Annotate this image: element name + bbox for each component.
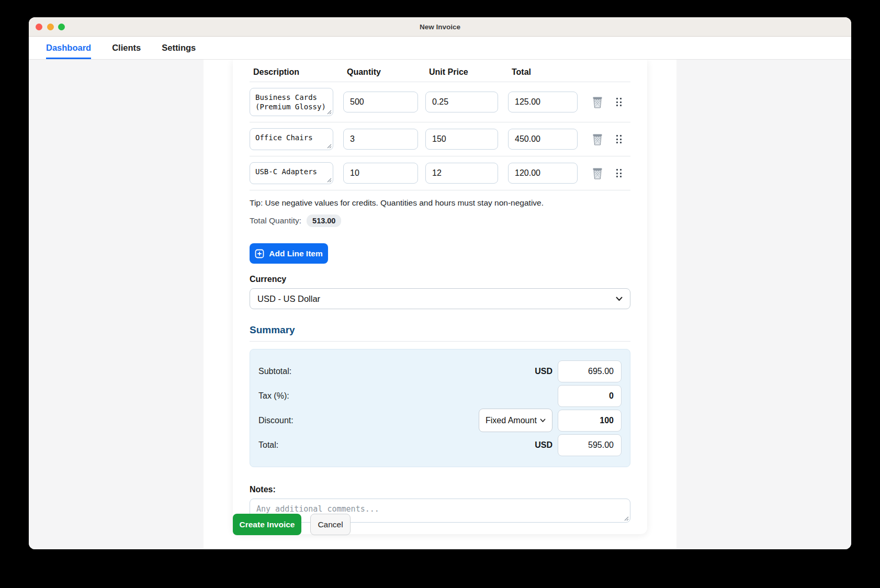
subtotal-label: Subtotal: [258, 367, 291, 376]
tip-text: Tip: Use negative values for credits. Qu… [250, 198, 630, 208]
line-item-row: Office Chairs [250, 122, 630, 156]
minimize-window-icon[interactable] [47, 24, 54, 30]
discount-row: Discount: Fixed Amount [258, 409, 622, 432]
chevron-down-icon [540, 419, 546, 423]
tab-clients[interactable]: Clients [112, 37, 141, 59]
drag-handle-icon[interactable] [616, 135, 622, 143]
tab-settings-label: Settings [162, 43, 196, 53]
line-item-row: Business Cards (Premium Glossy) [250, 82, 630, 122]
unit-price-input[interactable] [425, 92, 498, 112]
subtotal-input[interactable] [558, 360, 622, 382]
discount-mode-value: Fixed Amount [486, 416, 537, 425]
tab-dashboard[interactable]: Dashboard [46, 37, 91, 59]
plus-square-icon [255, 249, 264, 258]
quantity-input[interactable] [343, 129, 418, 150]
total-input[interactable] [508, 129, 578, 150]
discount-label: Discount: [258, 416, 294, 425]
unit-price-input[interactable] [425, 163, 498, 184]
total-input[interactable] [508, 163, 578, 184]
window-title: New Invoice [420, 23, 460, 31]
description-input[interactable]: Office Chairs [250, 128, 333, 150]
invoice-form-card: Description Quantity Unit Price Total Bu… [233, 60, 647, 534]
tax-row: Tax (%): [258, 385, 622, 407]
summary-panel: Subtotal: USD Tax (%): Discount: [250, 349, 630, 467]
line-item-row: USB-C Adapters [250, 156, 630, 190]
total-quantity-label: Total Quantity: [250, 216, 301, 225]
form-actions: Create Invoice Cancel [233, 514, 351, 535]
total-quantity-line: Total Quantity: 513.00 [250, 214, 630, 227]
delete-row-icon[interactable] [591, 95, 604, 109]
divider [250, 190, 630, 190]
drag-handle-icon[interactable] [616, 169, 622, 177]
discount-mode-select[interactable]: Fixed Amount [479, 409, 552, 432]
header-unit-price: Unit Price [425, 67, 498, 77]
header-quantity: Quantity [343, 67, 418, 77]
grand-total-row: Total: USD [258, 434, 622, 456]
discount-input[interactable] [558, 410, 622, 432]
add-line-item-button[interactable]: Add Line Item [250, 243, 328, 264]
close-window-icon[interactable] [36, 24, 42, 30]
delete-row-icon[interactable] [591, 132, 604, 146]
delete-row-icon[interactable] [591, 166, 604, 180]
quantity-input[interactable] [343, 163, 418, 184]
quantity-input[interactable] [343, 92, 418, 112]
main-nav: Dashboard Clients Settings [29, 37, 851, 60]
titlebar: New Invoice [29, 17, 851, 37]
center-column: Description Quantity Unit Price Total Bu… [204, 60, 676, 549]
create-invoice-button[interactable]: Create Invoice [233, 514, 301, 535]
tab-settings[interactable]: Settings [162, 37, 196, 59]
currency-selected-value: USD - US Dollar [257, 294, 320, 304]
notes-label: Notes: [250, 485, 630, 494]
grand-total-label: Total: [258, 440, 278, 450]
currency-select[interactable]: USD - US Dollar [250, 288, 630, 309]
unit-price-input[interactable] [425, 129, 498, 150]
total-quantity-badge: 513.00 [307, 214, 341, 227]
divider [250, 341, 630, 342]
header-description: Description [250, 67, 333, 77]
grand-total-input[interactable] [558, 434, 622, 456]
tab-clients-label: Clients [112, 43, 141, 53]
summary-heading: Summary [250, 324, 630, 336]
content-area: Description Quantity Unit Price Total Bu… [29, 60, 851, 549]
subtotal-row: Subtotal: USD [258, 360, 622, 382]
total-input[interactable] [508, 92, 578, 112]
subtotal-currency: USD [535, 367, 552, 376]
zoom-window-icon[interactable] [58, 24, 65, 30]
tax-label: Tax (%): [258, 391, 289, 401]
description-input[interactable]: Business Cards (Premium Glossy) [250, 88, 333, 116]
add-line-item-label: Add Line Item [269, 249, 322, 258]
line-items-header: Description Quantity Unit Price Total [250, 60, 630, 82]
currency-label: Currency [250, 275, 630, 284]
tab-dashboard-label: Dashboard [46, 43, 91, 53]
tax-input[interactable] [558, 385, 622, 407]
description-input[interactable]: USB-C Adapters [250, 162, 333, 184]
header-total: Total [508, 67, 578, 77]
grand-total-currency: USD [535, 440, 552, 450]
drag-handle-icon[interactable] [616, 98, 622, 106]
chevron-down-icon [616, 297, 623, 301]
cancel-button[interactable]: Cancel [310, 514, 351, 535]
traffic-lights [36, 24, 65, 30]
app-window: New Invoice Dashboard Clients Settings D… [29, 17, 851, 549]
